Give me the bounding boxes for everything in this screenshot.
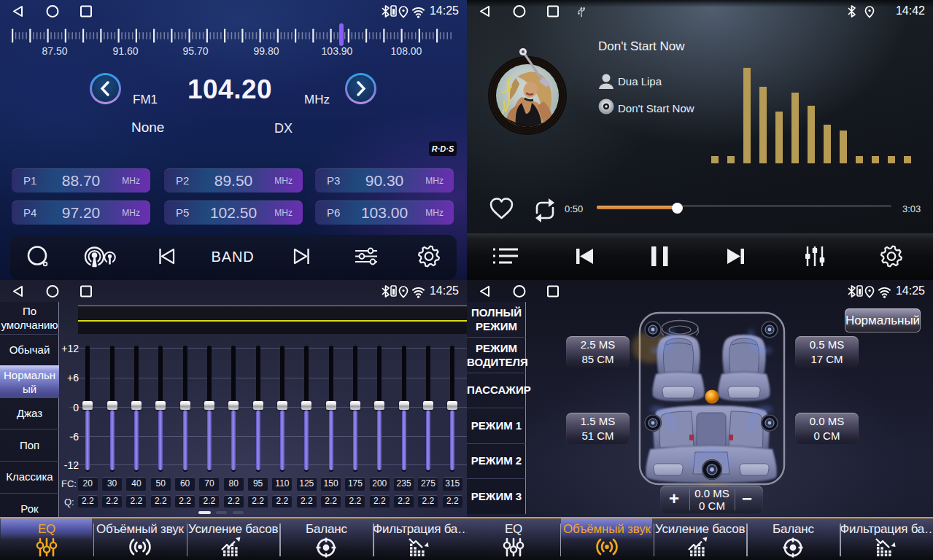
svg-text:91.60: 91.60: [112, 45, 138, 57]
svg-text:103.90: 103.90: [322, 45, 353, 57]
svg-text:95.70: 95.70: [182, 45, 208, 57]
svg-text:87.50: 87.50: [42, 45, 67, 57]
svg-text:108.00: 108.00: [391, 45, 422, 57]
svg-text:99.80: 99.80: [253, 45, 279, 57]
